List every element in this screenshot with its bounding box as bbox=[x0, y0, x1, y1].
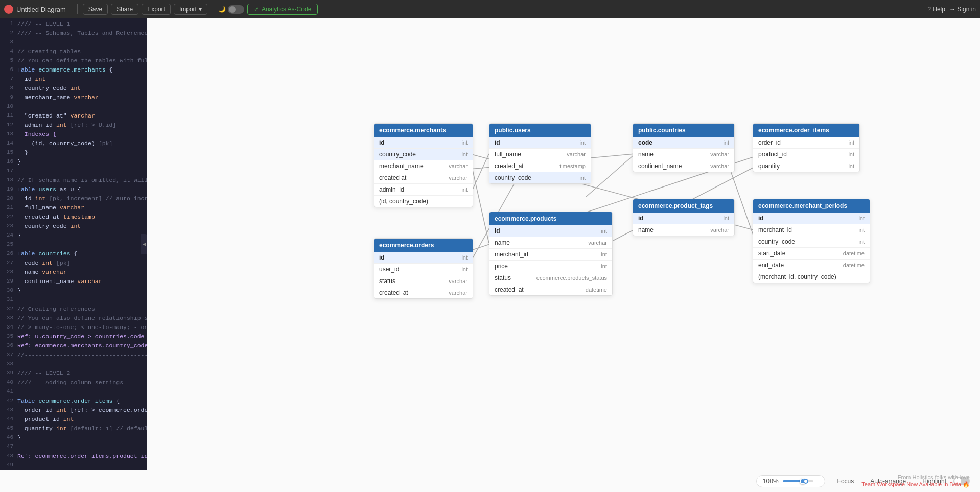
table-row[interactable]: id int bbox=[374, 137, 473, 149]
field-name: created at bbox=[379, 174, 406, 181]
code-editor[interactable]: 1//// -- LEVEL 12//// -- Schemas, Tables… bbox=[0, 18, 147, 470]
table-row[interactable]: price int bbox=[489, 261, 612, 272]
line-number: 24 bbox=[2, 232, 13, 241]
table-ecommerce-merchants[interactable]: ecommerce.merchants id int country_code … bbox=[374, 123, 473, 207]
table-row[interactable]: id int bbox=[489, 225, 612, 237]
code-text: Ref: U.country_code > countries.code bbox=[17, 333, 145, 342]
table-row[interactable]: merchant_name varchar bbox=[374, 160, 473, 172]
export-button[interactable]: Export bbox=[142, 4, 171, 15]
code-text: // You can define the tables with full s bbox=[17, 57, 147, 66]
field-name: name bbox=[495, 239, 510, 246]
help-button[interactable]: ? Help bbox=[927, 6, 945, 13]
code-line: 26Table countries { bbox=[0, 250, 147, 260]
table-row[interactable]: admin_id int bbox=[374, 184, 473, 196]
field-type: varchar bbox=[449, 175, 468, 181]
table-row[interactable]: created_at timestamp bbox=[489, 160, 591, 172]
save-button[interactable]: Save bbox=[83, 4, 108, 15]
code-line: 32// Creating references bbox=[0, 306, 147, 315]
code-text: //// -- LEVEL 2 bbox=[17, 370, 145, 379]
table-row[interactable]: name varchar bbox=[489, 237, 612, 249]
table-row[interactable]: full_name varchar bbox=[489, 149, 591, 160]
table-row[interactable]: user_id int bbox=[374, 264, 473, 275]
code-text: Table countries { bbox=[17, 250, 145, 260]
table-row[interactable]: created_at varchar bbox=[374, 287, 473, 298]
table-order-items[interactable]: ecommerce.order_items order_id int produ… bbox=[753, 123, 860, 172]
table-row[interactable]: code int bbox=[633, 137, 734, 149]
dark-toggle-thumb bbox=[229, 6, 236, 13]
team-workspace-link[interactable]: Team Workspace Now Available In Beta 🔥 bbox=[861, 481, 970, 488]
collapse-panel-button[interactable]: ◀ bbox=[141, 234, 147, 254]
table-row[interactable]: merchant_id int bbox=[489, 249, 612, 261]
analytics-button[interactable]: ✓ Analytics As-Code bbox=[247, 4, 318, 15]
signin-button[interactable]: → Sign in bbox=[949, 6, 976, 13]
dark-toggle-track[interactable] bbox=[228, 5, 244, 14]
table-row[interactable]: created at varchar bbox=[374, 172, 473, 184]
table-public-users[interactable]: public.users id int full_name varchar cr… bbox=[489, 123, 591, 184]
field-type: int bbox=[601, 228, 607, 234]
table-public-countries[interactable]: public.countries code int name varchar c… bbox=[633, 123, 735, 172]
field-name: (merchant_id, country_code) bbox=[758, 273, 836, 280]
table-row[interactable]: created_at datetime bbox=[489, 284, 612, 295]
field-name: order_id bbox=[758, 139, 781, 146]
table-row[interactable]: start_date datetime bbox=[753, 248, 870, 260]
table-row[interactable]: product_id int bbox=[753, 149, 859, 160]
table-row[interactable]: status ecommerce.products_status bbox=[489, 272, 612, 284]
table-row[interactable]: country_code int bbox=[374, 149, 473, 160]
line-number: 14 bbox=[2, 140, 13, 149]
table-row[interactable]: id int bbox=[489, 137, 591, 149]
code-text: id int [pk, increment] // auto-increme bbox=[17, 195, 147, 204]
import-button[interactable]: Import ▾ bbox=[174, 4, 207, 15]
table-merchant-periods[interactable]: ecommerce.merchant_periods id int mercha… bbox=[753, 199, 870, 283]
table-header-order-items: ecommerce.order_items bbox=[753, 124, 859, 137]
code-text: admin_id int [ref: > U.id] bbox=[17, 122, 145, 131]
field-name: created_at bbox=[495, 162, 524, 170]
table-row[interactable]: (id, country_code) bbox=[374, 196, 473, 207]
table-row[interactable]: id int bbox=[753, 213, 870, 224]
table-row[interactable]: name varchar bbox=[633, 149, 734, 160]
field-name: start_date bbox=[758, 250, 785, 257]
table-row[interactable]: order_id int bbox=[753, 137, 859, 149]
line-number: 19 bbox=[2, 186, 13, 195]
zoom-dot-secondary bbox=[803, 479, 808, 484]
table-row[interactable]: id int bbox=[633, 213, 734, 224]
focus-button[interactable]: Focus bbox=[833, 476, 858, 487]
table-row[interactable]: name varchar bbox=[633, 224, 734, 236]
field-type: int bbox=[858, 215, 865, 221]
table-row[interactable]: end_date datetime bbox=[753, 260, 870, 271]
field-type: varchar bbox=[710, 227, 729, 233]
code-line: 44 product_id int bbox=[0, 416, 147, 425]
code-text bbox=[17, 443, 145, 453]
zoom-slider-wrap[interactable] bbox=[783, 480, 819, 482]
table-orders[interactable]: ecommerce.orders id int user_id int stat… bbox=[374, 238, 473, 299]
table-products[interactable]: ecommerce.products id int name varchar m… bbox=[489, 212, 613, 296]
code-text: merchant_name varchar bbox=[17, 94, 145, 103]
table-row[interactable]: quantity int bbox=[753, 160, 859, 172]
table-row[interactable]: id int bbox=[374, 252, 473, 264]
zoom-slider[interactable] bbox=[783, 480, 813, 482]
code-text: // If schema name is omitted, it will de bbox=[17, 177, 147, 186]
field-type: int bbox=[723, 139, 729, 146]
diagram-canvas[interactable]: ecommerce.merchants id int country_code … bbox=[147, 18, 980, 470]
code-line: 38 bbox=[0, 361, 147, 370]
code-text: Table users as U { bbox=[17, 186, 145, 195]
dark-mode-toggle[interactable]: 🌙 bbox=[218, 5, 244, 14]
table-row[interactable]: merchant_id int bbox=[753, 224, 870, 236]
code-text: } bbox=[17, 149, 145, 158]
share-button[interactable]: Share bbox=[111, 4, 138, 15]
line-number: 25 bbox=[2, 241, 13, 250]
table-row[interactable]: country_code int bbox=[489, 172, 591, 183]
diagram-title: Untitled Diagram bbox=[16, 6, 66, 13]
code-text: Ref: ecommerce.order_items.product_id > bbox=[17, 453, 147, 462]
table-row[interactable]: (merchant_id, country_code) bbox=[753, 271, 870, 283]
line-number: 6 bbox=[2, 66, 13, 76]
code-text: // > many-to-one; < one-to-many; - one-t bbox=[17, 324, 147, 333]
line-number: 11 bbox=[2, 112, 13, 122]
field-name: name bbox=[638, 151, 654, 158]
table-row[interactable]: country_code int bbox=[753, 236, 870, 248]
line-number: 28 bbox=[2, 269, 13, 278]
table-product-tags[interactable]: ecommerce.product_tags id int name varch… bbox=[633, 199, 735, 236]
code-line: 4// Creating tables bbox=[0, 48, 147, 57]
code-text bbox=[17, 462, 145, 470]
table-row[interactable]: continent_name varchar bbox=[633, 160, 734, 172]
table-row[interactable]: status varchar bbox=[374, 275, 473, 287]
